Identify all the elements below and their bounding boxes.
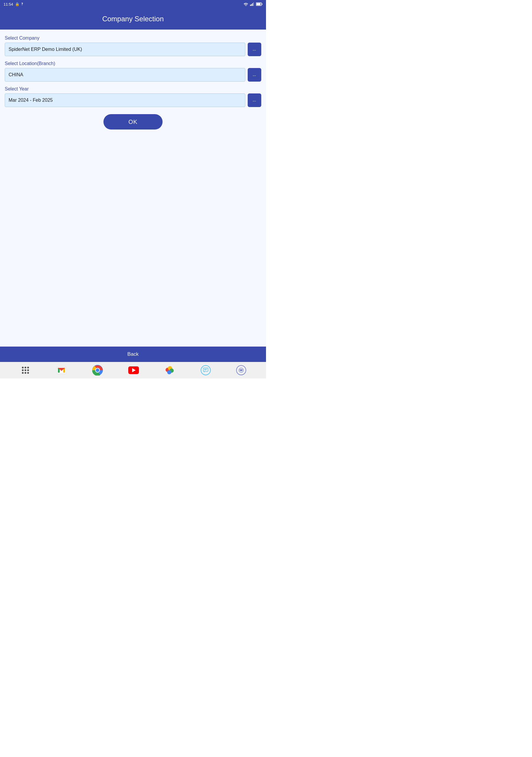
messages-icon[interactable] bbox=[201, 365, 211, 375]
location-field-row: ... bbox=[5, 68, 261, 82]
svg-point-10 bbox=[96, 369, 99, 372]
photos-icon[interactable] bbox=[164, 365, 175, 376]
year-field-row: ... bbox=[5, 93, 261, 107]
signal-icon bbox=[250, 2, 254, 6]
location-label: Select Location(Branch) bbox=[5, 61, 261, 66]
year-section: Select Year ... bbox=[5, 86, 261, 107]
status-bar-left: 11:54 🔒 ‽ bbox=[4, 2, 23, 7]
company-field-row: ... bbox=[5, 43, 261, 56]
svg-rect-0 bbox=[250, 5, 251, 6]
svg-rect-3 bbox=[253, 2, 254, 6]
battery-icon bbox=[256, 2, 262, 6]
year-label: Select Year bbox=[5, 86, 261, 92]
lock-icon: 🔒 bbox=[15, 2, 19, 6]
page-title: Company Selection bbox=[102, 15, 164, 23]
company-input[interactable] bbox=[5, 43, 245, 56]
year-input[interactable] bbox=[5, 93, 245, 107]
gmail-icon[interactable] bbox=[56, 366, 67, 374]
apps-icon[interactable] bbox=[20, 365, 31, 376]
back-bar[interactable]: Back bbox=[0, 347, 266, 362]
status-time: 11:54 bbox=[4, 2, 13, 7]
back-label: Back bbox=[127, 351, 139, 357]
wifi-question-icon: ‽ bbox=[21, 2, 23, 6]
chrome-icon[interactable] bbox=[92, 365, 103, 376]
svg-rect-11 bbox=[203, 368, 208, 371]
youtube-icon[interactable] bbox=[128, 366, 139, 374]
status-bar-right bbox=[244, 2, 262, 6]
year-browse-button[interactable]: ... bbox=[248, 93, 261, 107]
status-bar: 11:54 🔒 ‽ bbox=[0, 0, 266, 8]
company-label: Select Company bbox=[5, 36, 261, 41]
wifi-icon bbox=[244, 2, 248, 6]
company-section: Select Company ... bbox=[5, 36, 261, 56]
svg-rect-5 bbox=[262, 4, 262, 5]
ok-button[interactable]: OK bbox=[103, 114, 163, 130]
location-input[interactable] bbox=[5, 68, 245, 82]
svg-rect-2 bbox=[252, 3, 253, 6]
ok-button-container: OK bbox=[5, 114, 261, 130]
chat-icon[interactable] bbox=[236, 365, 246, 375]
company-browse-button[interactable]: ... bbox=[248, 43, 261, 56]
main-content: Select Company ... Select Location(Branc… bbox=[0, 30, 266, 347]
location-section: Select Location(Branch) ... bbox=[5, 61, 261, 82]
app-header: Company Selection bbox=[0, 8, 266, 30]
svg-rect-1 bbox=[251, 4, 252, 6]
location-browse-button[interactable]: ... bbox=[248, 68, 261, 82]
svg-rect-6 bbox=[256, 3, 261, 5]
android-nav-bar bbox=[0, 362, 266, 378]
